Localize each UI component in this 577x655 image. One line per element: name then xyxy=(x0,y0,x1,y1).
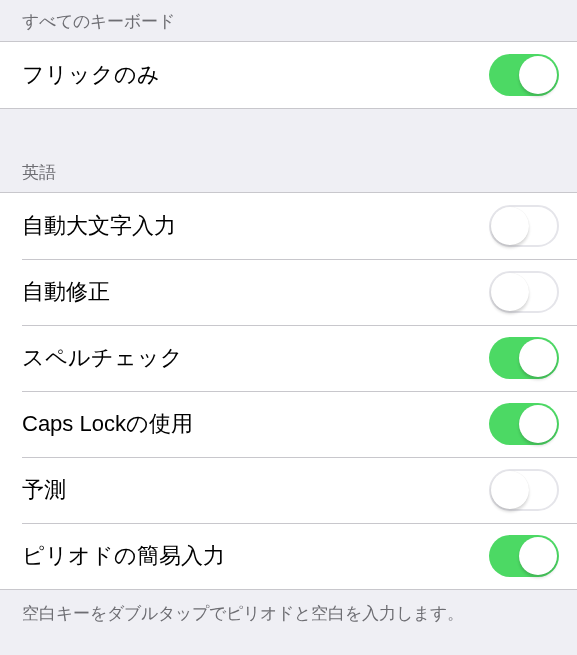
row-auto-correction: 自動修正 xyxy=(0,259,577,325)
group-english: 自動大文字入力 自動修正 スペルチェック Caps Lockの使用 予測 ピリオ… xyxy=(0,192,577,590)
toggle-knob xyxy=(519,405,557,443)
row-label: ピリオドの簡易入力 xyxy=(22,541,225,571)
toggle-auto-capitalization[interactable] xyxy=(489,205,559,247)
toggle-knob xyxy=(491,471,529,509)
row-period-shortcut: ピリオドの簡易入力 xyxy=(0,523,577,589)
row-caps-lock: Caps Lockの使用 xyxy=(0,391,577,457)
toggle-caps-lock[interactable] xyxy=(489,403,559,445)
row-label: フリックのみ xyxy=(22,60,160,90)
toggle-auto-correction[interactable] xyxy=(489,271,559,313)
toggle-period-shortcut[interactable] xyxy=(489,535,559,577)
toggle-knob xyxy=(519,339,557,377)
row-spell-check: スペルチェック xyxy=(0,325,577,391)
toggle-flick-only[interactable] xyxy=(489,54,559,96)
row-label: 予測 xyxy=(22,475,66,505)
section-footer-english: 空白キーをダブルタップでピリオドと空白を入力します。 xyxy=(0,590,577,634)
toggle-predictive[interactable] xyxy=(489,469,559,511)
row-label: Caps Lockの使用 xyxy=(22,409,193,439)
section-header-all-keyboards: すべてのキーボード xyxy=(0,0,577,41)
toggle-knob xyxy=(491,273,529,311)
toggle-spell-check[interactable] xyxy=(489,337,559,379)
toggle-knob xyxy=(519,56,557,94)
row-label: 自動修正 xyxy=(22,277,110,307)
row-predictive: 予測 xyxy=(0,457,577,523)
row-auto-capitalization: 自動大文字入力 xyxy=(0,193,577,259)
group-all-keyboards: フリックのみ xyxy=(0,41,577,109)
row-label: 自動大文字入力 xyxy=(22,211,176,241)
toggle-knob xyxy=(519,537,557,575)
toggle-knob xyxy=(491,207,529,245)
row-label: スペルチェック xyxy=(22,343,183,373)
row-flick-only: フリックのみ xyxy=(0,42,577,108)
section-header-english: 英語 xyxy=(0,109,577,192)
